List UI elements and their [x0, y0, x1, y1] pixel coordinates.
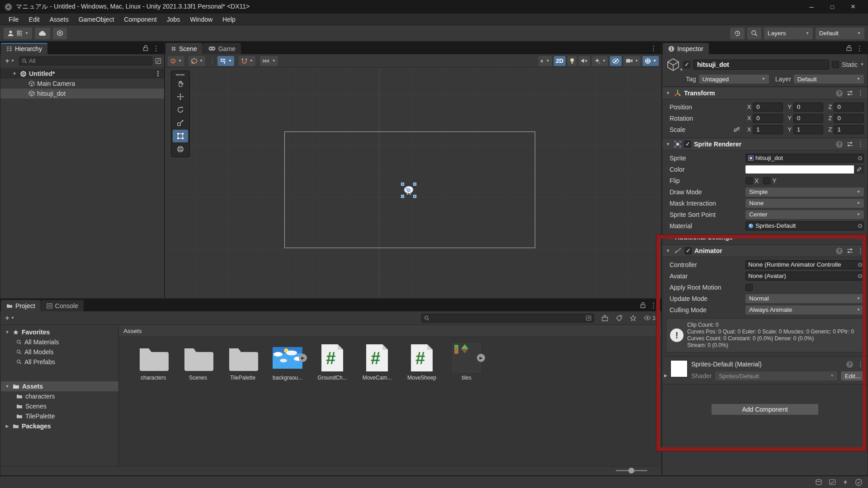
- code-coverage-icon[interactable]: [829, 479, 836, 485]
- update-mode-dropdown[interactable]: Normal▼: [745, 294, 864, 303]
- shader-edit-button[interactable]: Edit...: [841, 371, 864, 380]
- tab-hierarchy[interactable]: Hierarchy: [1, 43, 47, 54]
- tree-assets-root[interactable]: ▼ Assets: [1, 381, 118, 391]
- object-picker-icon[interactable]: ⊙: [858, 155, 863, 161]
- favorites-filter-icon[interactable]: [630, 315, 637, 321]
- expand-asset-icon[interactable]: ▶: [299, 354, 307, 362]
- gameobject-name-field[interactable]: [693, 60, 829, 70]
- help-icon[interactable]: ?: [836, 141, 843, 148]
- hierarchy-search[interactable]: [19, 56, 152, 66]
- panel-menu-icon[interactable]: ⋮: [856, 44, 863, 52]
- transform-tool-button[interactable]: [173, 143, 188, 155]
- palette-grip[interactable]: ▬▬: [171, 71, 189, 77]
- tab-console[interactable]: Console: [41, 300, 84, 311]
- label-filter-icon[interactable]: [616, 315, 623, 321]
- component-enabled-checkbox[interactable]: [684, 141, 691, 148]
- ruler-snap-button[interactable]: ▼: [260, 56, 278, 66]
- selected-sprite[interactable]: [403, 184, 415, 196]
- help-icon[interactable]: ?: [836, 248, 843, 254]
- lock-icon[interactable]: [640, 302, 646, 308]
- foldout-icon[interactable]: ▼: [666, 91, 671, 95]
- rotate-tool-button[interactable]: [173, 103, 188, 116]
- component-menu-icon[interactable]: ⋮: [857, 89, 864, 97]
- lock-icon[interactable]: [846, 45, 852, 51]
- menu-gameobject[interactable]: GameObject: [74, 14, 119, 25]
- rotation-y-field[interactable]: 0: [793, 114, 824, 123]
- menu-help[interactable]: Help: [217, 14, 241, 25]
- menu-window[interactable]: Window: [185, 14, 217, 25]
- sprite-renderer-header[interactable]: ▼ Sprite Renderer ? ⋮: [662, 138, 868, 150]
- menu-edit[interactable]: Edit: [24, 14, 45, 25]
- tree-all-prefabs[interactable]: All Prefabs: [1, 357, 118, 367]
- sort-point-dropdown[interactable]: Center▼: [745, 210, 864, 219]
- pivot-orientation-button[interactable]: ▼: [189, 56, 205, 66]
- link-scale-icon[interactable]: [733, 127, 745, 132]
- rotation-x-field[interactable]: 0: [753, 114, 783, 123]
- hidden-objects-button[interactable]: [610, 56, 622, 66]
- help-icon[interactable]: ?: [836, 90, 843, 97]
- plastic-scm-button[interactable]: [53, 28, 67, 39]
- scene-picking-icon[interactable]: [155, 58, 161, 64]
- asset-item-movecamera[interactable]: # MoveCam...: [356, 343, 398, 381]
- material-object-field[interactable]: Sprites-Default ⊙: [745, 221, 864, 230]
- foldout-icon[interactable]: ▼: [5, 330, 10, 334]
- add-component-button[interactable]: Add Component: [711, 404, 819, 415]
- presets-icon[interactable]: [847, 141, 853, 147]
- selection-handle[interactable]: [413, 183, 416, 186]
- search-everywhere-button[interactable]: [747, 28, 761, 39]
- tree-packages[interactable]: ▶ Packages: [1, 421, 118, 431]
- gizmos-button[interactable]: ▼: [642, 56, 659, 66]
- hierarchy-search-input[interactable]: [29, 57, 150, 64]
- tree-folder-scenes[interactable]: Scenes: [1, 401, 118, 411]
- presets-icon[interactable]: [847, 248, 853, 253]
- scene-lighting-button[interactable]: [567, 56, 577, 66]
- position-x-field[interactable]: 0: [753, 103, 783, 112]
- asset-item-backgraound[interactable]: ▶ backgraou...: [267, 343, 308, 381]
- asset-item-movesheep[interactable]: # MoveSheep: [401, 343, 443, 381]
- static-flags-chevron[interactable]: ▼: [860, 63, 864, 66]
- rect-tool-button[interactable]: [173, 130, 188, 142]
- panel-menu-icon[interactable]: ⋮: [650, 44, 657, 52]
- hierarchy-item-hitsuji-dot[interactable]: hitsuji_dot: [0, 89, 164, 99]
- tree-folder-characters[interactable]: characters: [1, 391, 118, 401]
- hierarchy-item-main-camera[interactable]: Main Camera: [0, 79, 164, 89]
- scene-camera-button[interactable]: ▼: [623, 56, 641, 66]
- layers-dropdown[interactable]: Layers ▼: [764, 28, 813, 39]
- foldout-icon[interactable]: ▼: [5, 384, 10, 389]
- background-tasks-icon[interactable]: [855, 479, 863, 486]
- shading-mode-button[interactable]: ◐ ▼: [538, 56, 552, 66]
- position-y-field[interactable]: 0: [793, 103, 824, 112]
- panel-menu-icon[interactable]: ⋮: [153, 44, 160, 52]
- asset-item-tiles[interactable]: ▶ tiles: [446, 343, 487, 381]
- animator-header[interactable]: ▼ Animator ? ⋮: [662, 244, 868, 257]
- avatar-object-field[interactable]: None (Avatar) ⊙: [745, 272, 864, 281]
- effects-button[interactable]: ▼: [592, 56, 608, 66]
- color-swatch[interactable]: [745, 165, 854, 174]
- object-picker-icon[interactable]: ⊙: [858, 261, 863, 268]
- asset-item-groundcheck[interactable]: # GroundCh...: [311, 343, 353, 381]
- close-button[interactable]: ×: [843, 0, 863, 14]
- presets-icon[interactable]: [847, 90, 853, 96]
- tag-dropdown[interactable]: Untagged ▼: [699, 75, 769, 84]
- tab-project[interactable]: Project: [1, 300, 41, 311]
- asset-item-characters[interactable]: characters: [132, 343, 174, 381]
- shader-dropdown[interactable]: Sprites/Default▼: [715, 371, 837, 380]
- rotation-z-field[interactable]: 0: [834, 114, 864, 123]
- asset-item-tilepalette[interactable]: TilePalette: [222, 343, 264, 381]
- tab-game[interactable]: Game: [203, 43, 241, 54]
- cache-server-icon[interactable]: [815, 479, 822, 485]
- foldout-icon[interactable]: ▶: [664, 373, 667, 378]
- scale-tool-button[interactable]: [173, 117, 188, 129]
- selection-handle[interactable]: [401, 195, 404, 198]
- zoom-slider-knob[interactable]: [628, 468, 634, 474]
- scene-audio-button[interactable]: [579, 56, 590, 66]
- thumbnail-zoom-slider[interactable]: [616, 470, 647, 471]
- asset-item-scenes[interactable]: Scenes: [177, 343, 219, 381]
- scale-y-field[interactable]: 1: [793, 125, 824, 134]
- project-create-button[interactable]: +▼: [3, 314, 16, 323]
- project-search[interactable]: [421, 314, 594, 323]
- panel-menu-icon[interactable]: ⋮: [650, 301, 657, 310]
- foldout-icon[interactable]: ▼: [11, 71, 18, 76]
- hierarchy-create-button[interactable]: +▼: [3, 56, 16, 66]
- undo-history-button[interactable]: [730, 28, 745, 39]
